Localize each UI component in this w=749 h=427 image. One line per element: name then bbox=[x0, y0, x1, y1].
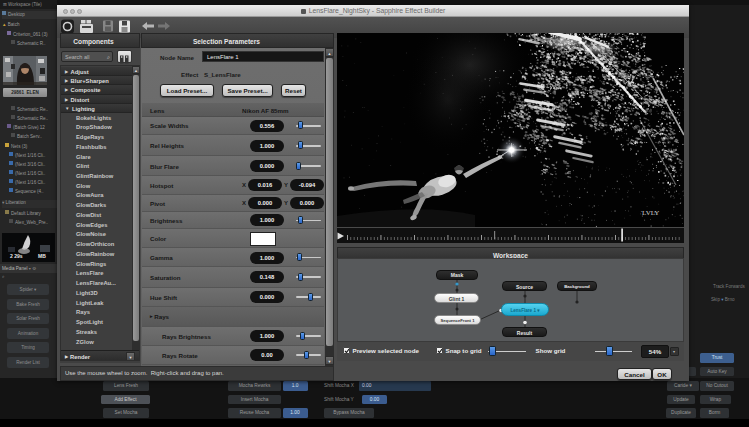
svg-text:2 29s: 2 29s bbox=[10, 253, 23, 259]
svg-text:MB: MB bbox=[38, 253, 46, 259]
svg-text:LVLY: LVLY bbox=[642, 209, 659, 217]
